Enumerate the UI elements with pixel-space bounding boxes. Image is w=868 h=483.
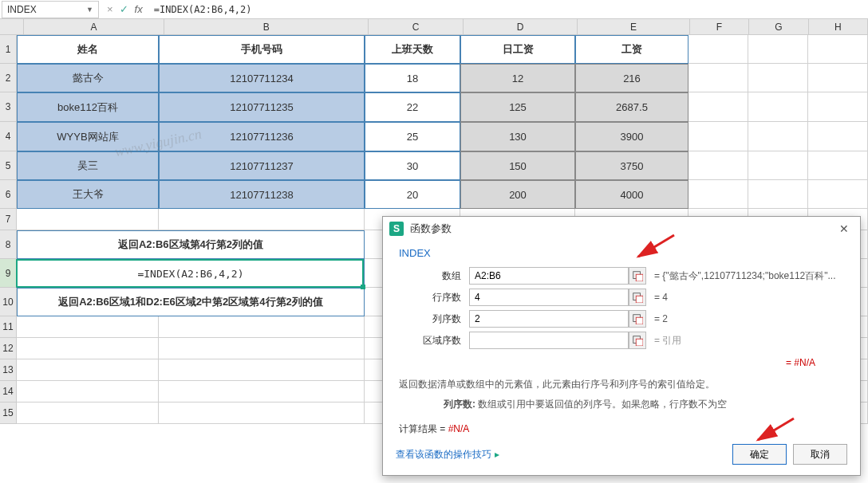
cell-B12[interactable]: [159, 338, 365, 359]
cell-G6[interactable]: [748, 180, 808, 209]
cell-E3[interactable]: 2687.5: [575, 92, 688, 122]
cell-F5[interactable]: [688, 151, 748, 180]
row-header-6[interactable]: 6: [0, 180, 17, 209]
cell-A15[interactable]: [17, 402, 159, 424]
cell-A2[interactable]: 懿古今: [17, 64, 159, 92]
range-picker-icon[interactable]: [629, 332, 646, 349]
col-header-E[interactable]: E: [578, 19, 690, 35]
area-num-input[interactable]: [469, 332, 629, 349]
cell-B4[interactable]: 12107711236: [159, 122, 365, 151]
cell-H6[interactable]: [808, 180, 868, 209]
cell-G3[interactable]: [748, 92, 808, 122]
row-num-input[interactable]: [469, 289, 629, 306]
accept-icon[interactable]: ✓: [120, 3, 128, 15]
cell-H4[interactable]: [808, 122, 868, 151]
close-icon[interactable]: ✕: [834, 219, 854, 238]
row-header-3[interactable]: 3: [0, 92, 17, 122]
row-header-5[interactable]: 5: [0, 151, 17, 180]
col-header-B[interactable]: B: [164, 19, 369, 35]
row-header-10[interactable]: 10: [0, 288, 17, 316]
row-header-1[interactable]: 1: [0, 35, 17, 64]
cell-E4[interactable]: 3900: [575, 122, 688, 151]
cell-C6[interactable]: 20: [365, 180, 460, 209]
cell-A13[interactable]: [17, 359, 159, 381]
cell-B3[interactable]: 12107711235: [159, 92, 365, 122]
cancel-icon[interactable]: ×: [107, 3, 113, 15]
cell-C4[interactable]: 25: [365, 122, 460, 151]
row-header-9[interactable]: 9: [0, 259, 17, 288]
row-header-13[interactable]: 13: [0, 359, 17, 381]
cell-A12[interactable]: [17, 338, 159, 359]
cell-A3[interactable]: boke112百科: [17, 92, 159, 122]
row-header-7[interactable]: 7: [0, 209, 17, 230]
cell-G5[interactable]: [748, 151, 808, 180]
row-header-11[interactable]: 11: [0, 316, 17, 338]
cell-F3[interactable]: [688, 92, 748, 122]
col-num-input[interactable]: [469, 310, 629, 328]
cell-C1[interactable]: 上班天数: [365, 35, 460, 64]
cell-H3[interactable]: [808, 92, 868, 122]
cell-B11[interactable]: [159, 316, 365, 338]
cell-B15[interactable]: [159, 402, 365, 424]
cell-A9-merged[interactable]: =INDEX(A2:B6,4,2): [17, 259, 365, 288]
cell-F4[interactable]: [688, 122, 748, 151]
row-header-2[interactable]: 2: [0, 64, 17, 92]
cell-A6[interactable]: 王大爷: [17, 180, 159, 209]
name-box-dropdown-icon[interactable]: ▼: [86, 6, 93, 14]
cell-F2[interactable]: [688, 64, 748, 92]
cell-B6[interactable]: 12107711238: [159, 180, 365, 209]
col-header-F[interactable]: F: [690, 19, 749, 35]
cell-G4[interactable]: [748, 122, 808, 151]
cell-E1[interactable]: 工资: [575, 35, 688, 64]
ok-button[interactable]: 确定: [732, 444, 787, 465]
cell-A10-merged[interactable]: 返回A2:B6区域1和D2:E6区域2中第2区域第4行第2列的值: [17, 288, 365, 316]
cell-D5[interactable]: 150: [460, 151, 575, 180]
cell-A14[interactable]: [17, 381, 159, 402]
col-header-G[interactable]: G: [749, 19, 808, 35]
dialog-titlebar[interactable]: S 函数参数 ✕: [383, 217, 860, 241]
cell-B7[interactable]: [159, 209, 365, 230]
cell-E2[interactable]: 216: [575, 64, 688, 92]
cell-B5[interactable]: 12107711237: [159, 151, 365, 180]
cell-B14[interactable]: [159, 381, 365, 402]
cell-H2[interactable]: [808, 64, 868, 92]
range-picker-icon[interactable]: [629, 267, 646, 285]
cell-G1[interactable]: [748, 35, 808, 64]
cell-B13[interactable]: [159, 359, 365, 381]
col-header-C[interactable]: C: [369, 19, 464, 35]
row-header-15[interactable]: 15: [0, 402, 17, 424]
cell-E6[interactable]: 4000: [575, 180, 688, 209]
cell-D4[interactable]: 130: [460, 122, 575, 151]
cell-A1[interactable]: 姓名: [17, 35, 159, 64]
cell-A5[interactable]: 吴三: [17, 151, 159, 180]
formula-input[interactable]: =INDEX(A2:B6,4,2): [151, 4, 252, 15]
select-all-corner[interactable]: [0, 19, 24, 35]
array-input[interactable]: [469, 267, 629, 285]
name-box[interactable]: INDEX ▼: [2, 1, 99, 18]
cell-F6[interactable]: [688, 180, 748, 209]
cell-H1[interactable]: [808, 35, 868, 64]
cell-D2[interactable]: 12: [460, 64, 575, 92]
cell-F1[interactable]: [688, 35, 748, 64]
fx-icon[interactable]: fx: [135, 3, 143, 15]
col-header-D[interactable]: D: [464, 19, 578, 35]
cell-C3[interactable]: 22: [365, 92, 460, 122]
cell-C5[interactable]: 30: [365, 151, 460, 180]
cell-B1[interactable]: 手机号码: [159, 35, 365, 64]
cell-D1[interactable]: 日工资: [460, 35, 575, 64]
cell-C2[interactable]: 18: [365, 64, 460, 92]
row-header-14[interactable]: 14: [0, 381, 17, 402]
cell-B2[interactable]: 12107711234: [159, 64, 365, 92]
col-header-H[interactable]: H: [809, 19, 868, 35]
cell-D3[interactable]: 125: [460, 92, 575, 122]
cell-A8-merged[interactable]: 返回A2:B6区域第4行第2列的值: [17, 230, 365, 259]
row-header-4[interactable]: 4: [0, 122, 17, 151]
cell-H5[interactable]: [808, 151, 868, 180]
col-header-A[interactable]: A: [24, 19, 165, 35]
help-link[interactable]: 查看该函数的操作技巧 ▸: [396, 448, 499, 461]
row-header-8[interactable]: 8: [0, 230, 17, 259]
row-header-12[interactable]: 12: [0, 338, 17, 359]
range-picker-icon[interactable]: [629, 310, 646, 328]
cell-G2[interactable]: [748, 64, 808, 92]
cell-A4[interactable]: WYYB网站库: [17, 122, 159, 151]
